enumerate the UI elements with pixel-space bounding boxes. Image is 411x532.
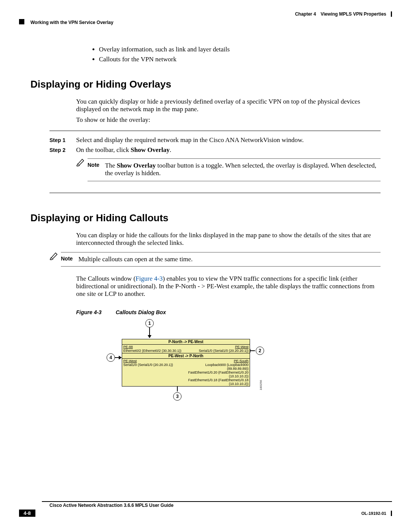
interface-info: Ethernet0/2 (Ethernet0/2 (30.30.30.1)) [123, 349, 185, 353]
device-name: PE-88 [123, 345, 185, 349]
arrow-icon [149, 328, 150, 336]
paragraph: The Callouts window (Figure 4-3) enables… [76, 275, 381, 298]
bullet-item: Callouts for the VPN network [99, 56, 381, 63]
callout-row: PE-88 Ethernet0/2 (Ethernet0/2 (30.30.30… [122, 345, 250, 353]
text: The Callouts window ( [76, 275, 135, 282]
header-right: Chapter 4 Viewing MPLS VPN Properties [295, 11, 392, 17]
note-label: Note [88, 161, 105, 177]
chapter-title: Viewing MPLS VPN Properties [321, 11, 387, 17]
callout-cell: PE-West Serial1/0 (Serial1/0 (20.20.20.1… [122, 359, 186, 386]
arrow-icon [250, 350, 255, 351]
device-name: PE-West [187, 345, 249, 349]
note-body: The Show Overlay toolbar button is a tog… [105, 161, 381, 177]
step-label: Step 1 [49, 136, 76, 144]
step-body: Select and display the required network … [76, 136, 381, 144]
text: . [170, 146, 171, 153]
section-heading-callouts: Displaying or Hiding Callouts [30, 212, 381, 224]
callout-header: PE-West -> P-North [122, 353, 250, 359]
callout-row: PE-West Serial1/0 (Serial1/0 (20.20.20.1… [122, 359, 250, 386]
device-name: PE-West [123, 359, 185, 363]
header-bar-icon [391, 11, 392, 17]
footer-bar-icon [391, 511, 392, 516]
intro-bullets: Overlay information, such as link and la… [84, 46, 381, 63]
paragraph: To show or hide the overlay: [76, 116, 381, 124]
figure-title: Callouts Dialog Box [116, 309, 166, 315]
callout-cell: PE-South Loopback900 (Loopback900 (89.89… [186, 359, 250, 386]
header-square-icon [19, 19, 24, 24]
step-1: Step 1 Select and display the required n… [49, 136, 381, 144]
device-name: PE-South [187, 359, 249, 363]
chapter-label: Chapter 4 [295, 11, 316, 17]
pencil-note-icon [76, 158, 88, 184]
callout-table: P-North -> PE-West PE-88 Ethernet0/2 (Et… [122, 339, 250, 387]
section-heading-overlays: Displaying or Hiding Overlays [30, 78, 381, 90]
figure-reference[interactable]: Figure 4-3 [135, 275, 162, 282]
callout-marker-3: 3 [173, 392, 182, 401]
interface-info: Serial1/0 (Serial1/0 (20.20.20.1)) [123, 363, 185, 367]
paragraph: You can display or hide the callouts for… [76, 232, 381, 247]
figure-number: Figure 4-3 [76, 309, 114, 315]
rule [61, 252, 381, 252]
document-id: OL-19192-01 [362, 511, 389, 516]
interface-info: FastEthernet1/0.20 (FastEthernet1/0.20 (… [187, 371, 249, 378]
callout-cell: PE-88 Ethernet0/2 (Ethernet0/2 (30.30.30… [122, 345, 186, 353]
interface-info: FastEthernet1/0.18 (FastEthernet1/0.18 (… [187, 378, 249, 386]
page-footer: Cisco Active Network Abstraction 3.6.6 M… [19, 501, 392, 517]
callout-marker-2: 2 [256, 347, 264, 355]
rule [61, 266, 381, 267]
rule [88, 158, 381, 159]
breadcrumb: Working with the VPN Service Overlay [30, 20, 113, 25]
step-label: Step 2 [49, 146, 76, 184]
rule [88, 181, 381, 181]
text: On the toolbar, click [76, 146, 131, 153]
callout-marker-1: 1 [145, 319, 154, 328]
bullet-item: Overlay information, such as link and la… [99, 46, 381, 53]
figure-caption: Figure 4-3 Callouts Dialog Box [76, 309, 381, 315]
paragraph: You can quickly display or hide a previo… [76, 98, 381, 113]
figure-callouts-dialog: 1 2 4 3 P-North -> PE-West PE-88 Et [88, 319, 259, 403]
rule [42, 501, 392, 502]
interface-info: Loopback900 (Loopback900 (89.89.89.89)) [187, 363, 249, 371]
text: The [105, 162, 117, 169]
callout-header: P-North -> PE-West [122, 339, 250, 345]
note-body: Multiple callouts can open at the same t… [78, 255, 381, 263]
page-number: 4-8 [19, 510, 35, 517]
interface-info: Serial1/0 (Serial1/0 (20.20.20.1)) [187, 349, 249, 353]
note-label: Note [61, 255, 78, 263]
figure-id: 180256 [259, 380, 263, 390]
step-body: On the toolbar, click Show Overlay. Note… [76, 146, 381, 184]
step-2: Step 2 On the toolbar, click Show Overla… [49, 146, 381, 184]
arrow-head-icon [119, 356, 122, 359]
pencil-note-icon [49, 251, 61, 269]
rule [49, 193, 381, 193]
callout-cell: PE-West Serial1/0 (Serial1/0 (20.20.20.1… [186, 345, 250, 353]
rule [49, 131, 381, 131]
bold-text: Show Overlay [117, 162, 156, 169]
arrow-head-icon [148, 335, 151, 338]
bold-text: Show Overlay [131, 146, 169, 153]
guide-title: Cisco Active Network Abstraction 3.6.6 M… [49, 503, 392, 508]
callout-marker-4: 4 [107, 353, 115, 362]
